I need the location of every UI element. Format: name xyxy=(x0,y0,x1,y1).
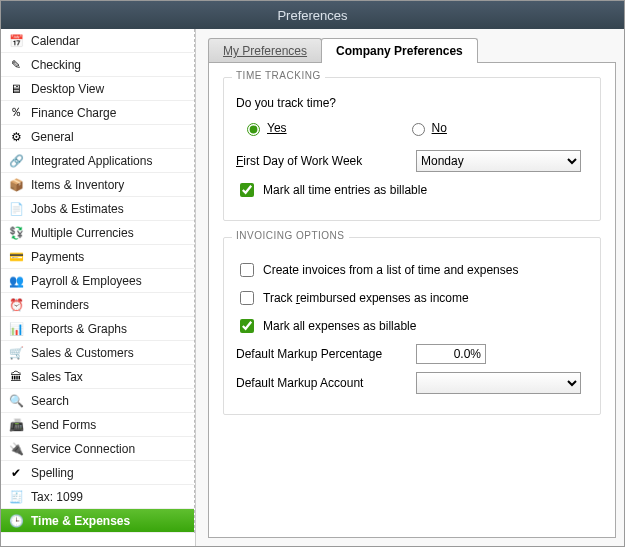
mark-time-billable-label: Mark all time entries as billable xyxy=(263,183,427,197)
time-tracking-legend: TIME TRACKING xyxy=(232,70,325,81)
titlebar: Preferences xyxy=(1,1,624,29)
tax-1099-icon: 🧾 xyxy=(7,488,25,506)
mark-expenses-billable-row[interactable]: Mark all expenses as billable xyxy=(236,316,588,336)
service-connection-icon: 🔌 xyxy=(7,440,25,458)
default-markup-pct-input[interactable] xyxy=(416,344,486,364)
integrated-apps-icon: 🔗 xyxy=(7,152,25,170)
sidebar-item-label: Items & Inventory xyxy=(31,178,124,192)
sidebar-item-label: General xyxy=(31,130,74,144)
sidebar-item-jobs-estimates[interactable]: 📄Jobs & Estimates xyxy=(1,197,194,221)
sidebar-item-search[interactable]: 🔍Search xyxy=(1,389,194,413)
default-markup-acct-select[interactable] xyxy=(416,372,581,394)
sales-customers-icon: 🛒 xyxy=(7,344,25,362)
sidebar-item-label: Multiple Currencies xyxy=(31,226,134,240)
mark-time-billable-checkbox[interactable] xyxy=(240,183,254,197)
create-invoices-checkbox[interactable] xyxy=(240,263,254,277)
checking-icon: ✎ xyxy=(7,56,25,74)
payroll-employees-icon: 👥 xyxy=(7,272,25,290)
time-expenses-icon: 🕒 xyxy=(7,512,25,530)
track-time-question: Do you track time? xyxy=(236,96,588,110)
track-reimbursed-checkbox[interactable] xyxy=(240,291,254,305)
items-inventory-icon: 📦 xyxy=(7,176,25,194)
sidebar-item-general[interactable]: ⚙General xyxy=(1,125,194,149)
default-markup-pct-row: Default Markup Percentage xyxy=(236,344,588,364)
sidebar-item-label: Tax: 1099 xyxy=(31,490,83,504)
sidebar-item-label: Send Forms xyxy=(31,418,96,432)
sidebar-item-label: Sales & Customers xyxy=(31,346,134,360)
first-day-select[interactable]: SundayMondayTuesdayWednesdayThursdayFrid… xyxy=(416,150,581,172)
sidebar-item-spelling[interactable]: ✔Spelling xyxy=(1,461,194,485)
sidebar-item-payments[interactable]: 💳Payments xyxy=(1,245,194,269)
sidebar-item-label: Jobs & Estimates xyxy=(31,202,124,216)
sidebar-item-label: Time & Expenses xyxy=(31,514,130,528)
window-title: Preferences xyxy=(277,8,347,23)
sidebar-item-tax-1099[interactable]: 🧾Tax: 1099 xyxy=(1,485,194,509)
sidebar-item-label: Finance Charge xyxy=(31,106,116,120)
sidebar-item-label: Integrated Applications xyxy=(31,154,152,168)
sidebar-item-reminders[interactable]: ⏰Reminders xyxy=(1,293,194,317)
track-time-radios: Yes No xyxy=(242,120,588,136)
sidebar-item-label: Service Connection xyxy=(31,442,135,456)
tab-my-preferences[interactable]: My Preferences xyxy=(208,38,322,63)
sidebar-item-label: Payments xyxy=(31,250,84,264)
first-day-label: First Day of Work Week xyxy=(236,154,416,168)
sidebar-item-label: Reports & Graphs xyxy=(31,322,127,336)
sidebar-item-sales-customers[interactable]: 🛒Sales & Customers xyxy=(1,341,194,365)
sidebar-item-label: Desktop View xyxy=(31,82,104,96)
sidebar-item-finance-charge[interactable]: ％Finance Charge xyxy=(1,101,194,125)
sidebar-item-label: Checking xyxy=(31,58,81,72)
sidebar-item-time-expenses[interactable]: 🕒Time & Expenses xyxy=(1,509,194,533)
track-reimbursed-row[interactable]: Track reimbursed expenses as income xyxy=(236,288,588,308)
sidebar-item-integrated-applications[interactable]: 🔗Integrated Applications xyxy=(1,149,194,173)
create-invoices-row[interactable]: Create invoices from a list of time and … xyxy=(236,260,588,280)
time-tracking-group: TIME TRACKING Do you track time? Yes No xyxy=(223,77,601,221)
invoicing-legend: INVOICING OPTIONS xyxy=(232,230,349,241)
sidebar-item-calendar[interactable]: 📅Calendar xyxy=(1,29,194,53)
mark-time-billable-row[interactable]: Mark all time entries as billable xyxy=(236,180,588,200)
sidebar-item-multiple-currencies[interactable]: 💱Multiple Currencies xyxy=(1,221,194,245)
send-forms-icon: 📠 xyxy=(7,416,25,434)
desktop-view-icon: 🖥 xyxy=(7,80,25,98)
sidebar-item-reports-graphs[interactable]: 📊Reports & Graphs xyxy=(1,317,194,341)
sidebar-item-items-inventory[interactable]: 📦Items & Inventory xyxy=(1,173,194,197)
finance-charge-icon: ％ xyxy=(7,104,25,122)
mark-expenses-billable-label: Mark all expenses as billable xyxy=(263,319,416,333)
sidebar-item-service-connection[interactable]: 🔌Service Connection xyxy=(1,437,194,461)
sidebar-item-label: Spelling xyxy=(31,466,74,480)
track-time-yes[interactable]: Yes xyxy=(242,120,287,136)
invoicing-options-group: INVOICING OPTIONS Create invoices from a… xyxy=(223,237,601,415)
sidebar-item-label: Sales Tax xyxy=(31,370,83,384)
tabs: My Preferences Company Preferences xyxy=(208,37,616,63)
sidebar-item-label: Search xyxy=(31,394,69,408)
spelling-icon: ✔ xyxy=(7,464,25,482)
sidebar-item-label: Calendar xyxy=(31,34,80,48)
first-day-row: First Day of Work Week SundayMondayTuesd… xyxy=(236,150,588,172)
sidebar-item-label: Reminders xyxy=(31,298,89,312)
sidebar-item-payroll-employees[interactable]: 👥Payroll & Employees xyxy=(1,269,194,293)
general-icon: ⚙ xyxy=(7,128,25,146)
sidebar-item-desktop-view[interactable]: 🖥Desktop View xyxy=(1,77,194,101)
sidebar-item-label: Payroll & Employees xyxy=(31,274,142,288)
track-time-no-radio[interactable] xyxy=(412,123,425,136)
track-time-no[interactable]: No xyxy=(407,120,447,136)
window-body: 📅Calendar✎Checking🖥Desktop View％Finance … xyxy=(1,29,624,546)
sales-tax-icon: 🏛 xyxy=(7,368,25,386)
default-markup-pct-label: Default Markup Percentage xyxy=(236,347,416,361)
main-panel: My Preferences Company Preferences TIME … xyxy=(196,29,624,546)
preferences-window: Preferences 📅Calendar✎Checking🖥Desktop V… xyxy=(0,0,625,547)
reports-graphs-icon: 📊 xyxy=(7,320,25,338)
calendar-icon: 📅 xyxy=(7,32,25,50)
sidebar-item-sales-tax[interactable]: 🏛Sales Tax xyxy=(1,365,194,389)
tab-content: TIME TRACKING Do you track time? Yes No xyxy=(208,62,616,538)
multiple-currencies-icon: 💱 xyxy=(7,224,25,242)
mark-expenses-billable-checkbox[interactable] xyxy=(240,319,254,333)
track-time-yes-radio[interactable] xyxy=(247,123,260,136)
jobs-estimates-icon: 📄 xyxy=(7,200,25,218)
sidebar[interactable]: 📅Calendar✎Checking🖥Desktop View％Finance … xyxy=(1,29,196,546)
reminders-icon: ⏰ xyxy=(7,296,25,314)
tab-company-preferences[interactable]: Company Preferences xyxy=(321,38,478,63)
sidebar-item-checking[interactable]: ✎Checking xyxy=(1,53,194,77)
sidebar-item-send-forms[interactable]: 📠Send Forms xyxy=(1,413,194,437)
track-reimbursed-label: Track reimbursed expenses as income xyxy=(263,291,469,305)
default-markup-acct-label: Default Markup Account xyxy=(236,376,416,390)
